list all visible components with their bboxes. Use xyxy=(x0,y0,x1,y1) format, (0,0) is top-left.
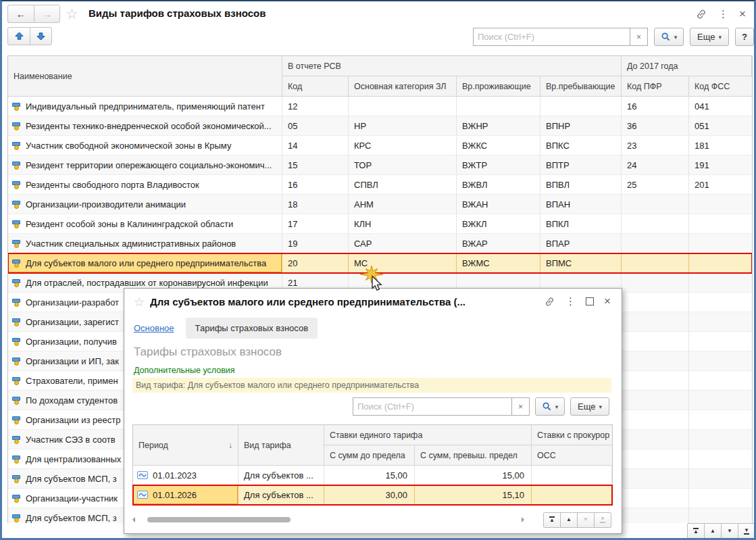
horizontal-scrollbar[interactable] xyxy=(139,516,518,523)
catalog-item-icon xyxy=(12,141,22,150)
dropdown-caret-icon: ▾ xyxy=(555,403,559,410)
close-icon[interactable]: × xyxy=(739,9,746,20)
table-cell: ВЖАН xyxy=(457,195,540,214)
table-row[interactable]: Резиденты свободного порта Владивосток16… xyxy=(8,175,752,195)
table-cell: 05 xyxy=(282,116,349,136)
column-group-before-2017[interactable]: До 2017 года xyxy=(622,56,752,76)
table-cell xyxy=(689,312,752,332)
favorite-star-icon[interactable]: ☆ xyxy=(134,295,145,310)
table-cell: 16 xyxy=(282,175,349,195)
search-box: × xyxy=(473,28,648,46)
row-name-label: Участник свободной экономической зоны в … xyxy=(26,141,231,151)
help-button[interactable]: ? xyxy=(735,28,754,46)
table-cell xyxy=(689,332,752,351)
table-cell xyxy=(689,253,752,273)
table-cell: ВПКЛ xyxy=(540,214,622,234)
column-header-kod-fss[interactable]: Код ФСС xyxy=(689,76,752,97)
catalog-item-icon xyxy=(12,298,22,307)
row-name-label: Организации-участник xyxy=(26,493,118,504)
table-cell xyxy=(622,371,689,391)
column-group-prosecutor-rates[interactable]: Ставки с прокурор xyxy=(532,425,612,445)
column-header-above-limit[interactable]: С сумм, превыш. предел xyxy=(415,445,532,466)
scroll-left-icon[interactable] xyxy=(132,517,135,522)
column-header-oss[interactable]: ОСС xyxy=(532,445,612,466)
scroll-down-button[interactable]: ▼ xyxy=(577,512,595,528)
scroll-to-top-button[interactable]: ▲ xyxy=(543,512,561,528)
row-name-label: По доходам студентов xyxy=(26,395,118,406)
additional-conditions-link[interactable]: Дополнительные условия xyxy=(134,366,235,375)
sort-descending-icon: ↓ xyxy=(228,441,232,450)
table-row[interactable]: Резиденты технико-внедренческой особой э… xyxy=(8,116,752,136)
forward-button[interactable]: → xyxy=(34,5,60,23)
table-row[interactable]: Участник свободной экономической зоны в … xyxy=(8,136,752,155)
column-header-kod[interactable]: Код xyxy=(282,76,349,97)
table-row[interactable]: 01.01.2023Для субъектов ...15,0015,00 xyxy=(133,466,612,485)
close-icon[interactable]: × xyxy=(604,296,611,307)
move-down-button[interactable] xyxy=(30,27,52,45)
search-input[interactable] xyxy=(474,28,630,45)
column-header-vr-preb[interactable]: Вр.пребывающие xyxy=(540,76,622,97)
table-cell: СПВЛ xyxy=(349,175,457,195)
table-row[interactable]: Для субъектов малого или среднего предпр… xyxy=(8,253,752,273)
scroll-down-button[interactable]: ▼ xyxy=(721,523,738,539)
table-cell: ВПАР xyxy=(540,234,622,253)
search-button[interactable]: ▾ xyxy=(654,28,684,46)
table-row[interactable]: Резидент особой зоны в Калининградской о… xyxy=(8,214,752,234)
table-row[interactable]: Индивидуальный предприниматель, применяю… xyxy=(8,97,752,116)
column-header-below-limit[interactable]: С сумм до предела xyxy=(324,445,415,466)
table-row[interactable]: Резидент территории опережающего социаль… xyxy=(8,155,752,175)
table-cell xyxy=(349,97,457,116)
table-row[interactable]: Участник специальных административных ра… xyxy=(8,234,752,253)
scroll-up-button[interactable]: ▲ xyxy=(704,523,722,539)
search-button[interactable]: ▾ xyxy=(535,397,565,416)
row-name-label: Организации-производители анимации xyxy=(26,199,186,210)
row-name-label: Индивидуальный предприниматель, применяю… xyxy=(26,101,265,112)
scroll-to-top-button[interactable]: ▲ xyxy=(687,523,705,539)
catalog-item-icon xyxy=(12,396,22,405)
table-header: Период ↓ Вид тарифа Ставки единого тариф… xyxy=(133,425,612,466)
scroll-to-bottom-button[interactable]: ▼ xyxy=(594,512,611,528)
scroll-right-icon[interactable] xyxy=(522,517,524,522)
move-up-button[interactable] xyxy=(7,27,30,45)
link-icon[interactable] xyxy=(695,8,707,20)
table-cell xyxy=(622,449,689,469)
table-cell: 17 xyxy=(282,214,349,234)
more-menu-icon[interactable]: ⋮ xyxy=(718,9,728,20)
more-button[interactable]: Еще▾ xyxy=(690,28,729,46)
more-menu-icon[interactable]: ⋮ xyxy=(565,296,576,307)
column-header-kod-pfr[interactable]: Код ПФР xyxy=(622,76,689,97)
back-button[interactable]: ← xyxy=(7,5,34,23)
tab-tariffs[interactable]: Тарифы страховых взносов xyxy=(186,318,318,339)
column-header-tariff-type[interactable]: Вид тарифа xyxy=(238,425,324,466)
tab-main[interactable]: Основное xyxy=(134,323,174,333)
table-cell xyxy=(689,234,752,253)
table-cell xyxy=(689,410,752,430)
table-cell xyxy=(622,195,689,214)
scroll-to-bottom-button[interactable]: ▼ xyxy=(738,523,755,539)
search-input[interactable] xyxy=(353,398,511,415)
table-row[interactable]: 01.01.2026Для субъектов ...30,0015,10 xyxy=(133,485,612,505)
scrollbar-thumb[interactable] xyxy=(147,517,291,522)
table-cell: 201 xyxy=(689,175,752,195)
maximize-icon[interactable] xyxy=(586,297,594,305)
table-cell: ВЖАР xyxy=(457,234,540,253)
clear-search-button[interactable]: × xyxy=(630,28,647,45)
column-group-unified-rates[interactable]: Ставки единого тарифа xyxy=(324,425,532,445)
link-icon[interactable] xyxy=(544,296,555,308)
catalog-item-icon xyxy=(12,494,22,503)
column-header-period[interactable]: Период ↓ xyxy=(133,425,238,466)
favorite-star-icon[interactable]: ☆ xyxy=(66,6,78,22)
clear-search-button[interactable]: × xyxy=(511,398,529,415)
back-icon: ← xyxy=(16,8,26,20)
column-header-vr-prozh[interactable]: Вр.проживающие xyxy=(457,76,540,97)
table-row[interactable]: Организации-производители анимации18АНМВ… xyxy=(8,195,752,214)
more-button[interactable]: Еще▾ xyxy=(570,397,609,416)
table-cell: ТОР xyxy=(349,155,457,175)
scroll-up-button[interactable]: ▲ xyxy=(560,512,578,528)
table-cell: 15,00 xyxy=(415,466,532,485)
search-box: × xyxy=(353,397,530,416)
table-cell: КЛН xyxy=(349,214,457,234)
column-header-name[interactable]: Наименование xyxy=(8,56,282,97)
column-header-category[interactable]: Основная категория ЗЛ xyxy=(349,76,457,97)
column-group-rsv[interactable]: В отчете РСВ xyxy=(282,56,622,76)
